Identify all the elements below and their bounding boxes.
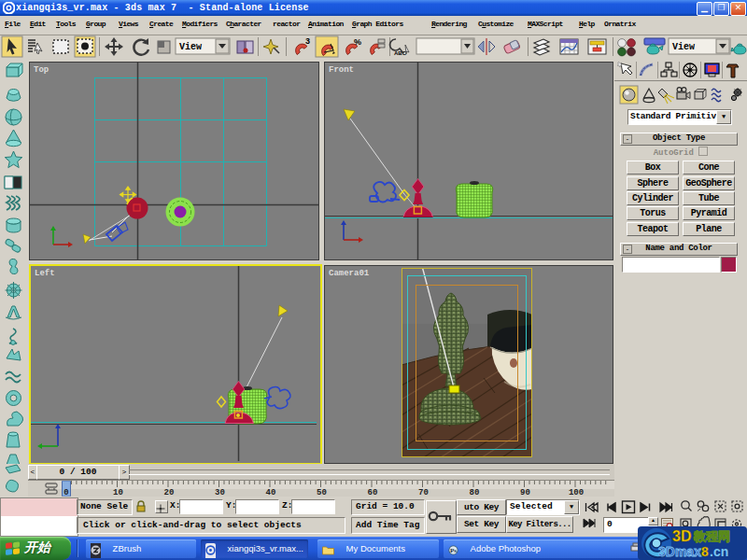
svg-text:View: View	[179, 42, 202, 52]
svg-text:Top: Top	[34, 65, 49, 75]
svg-text:.cn: .cn	[710, 544, 728, 559]
svg-text:Front: Front	[329, 65, 354, 75]
svg-text:3D: 3D	[672, 528, 691, 544]
svg-text:Left: Left	[35, 269, 55, 278]
svg-text:View: View	[672, 42, 695, 52]
svg-text:3Dmax: 3Dmax	[658, 544, 701, 559]
svg-text:Camera01: Camera01	[329, 269, 370, 278]
svg-text:3: 3	[305, 36, 310, 46]
svg-text:8: 8	[701, 544, 709, 559]
svg-text:%: %	[354, 37, 361, 47]
svg-text:Ps: Ps	[450, 547, 457, 554]
svg-text:ABC: ABC	[394, 50, 407, 56]
svg-text:教程网: 教程网	[693, 529, 730, 543]
